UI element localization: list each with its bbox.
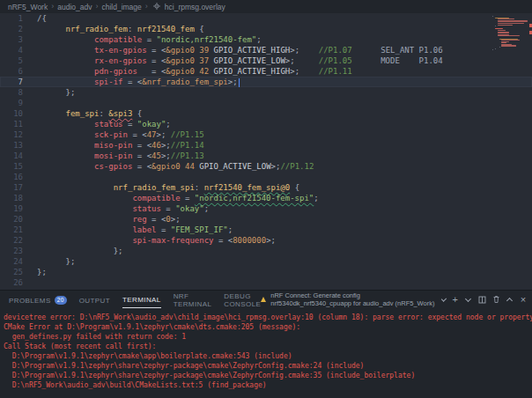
breadcrumb-item-subfolder[interactable]: child_image	[101, 3, 141, 11]
code-text: compatible = "nordic,nrf21540-fem-spi";	[23, 193, 319, 203]
code-line[interactable]: 8 };	[0, 87, 532, 98]
terminal-line: D:\nRF5_Work\audio_adv\build\CMakeLists.…	[4, 380, 532, 390]
line-number[interactable]: 2	[0, 24, 23, 34]
code-line[interactable]: 16	[0, 172, 532, 182]
code-line[interactable]: 23 };	[0, 246, 532, 256]
code-line[interactable]: 26	[0, 277, 532, 288]
terminal-line: Call Stack (most recent call first):	[4, 342, 532, 351]
panel-tab-nrf-terminal[interactable]: NRF TERMINAL	[174, 291, 212, 308]
code-line[interactable]: 19 status = "okay";	[0, 203, 532, 214]
kill-terminal-button[interactable]	[492, 293, 500, 306]
line-number[interactable]: 26	[0, 277, 23, 288]
code-text	[23, 98, 37, 108]
code-text: mosi-pin = <45>;//P1.13	[23, 151, 204, 161]
minimap[interactable]	[492, 16, 528, 52]
line-number[interactable]: 12	[0, 129, 23, 140]
code-line[interactable]: 4 tx-en-gpios = <&gpio0 39 GPIO_ACTIVE_H…	[0, 45, 532, 55]
line-number[interactable]: 13	[0, 140, 23, 151]
code-line[interactable]: 14 mosi-pin = <45>;//P1.13	[0, 151, 532, 161]
code-line[interactable]: 18 compatible = "nordic,nrf21540-fem-spi…	[0, 193, 532, 203]
line-number[interactable]: 8	[0, 87, 23, 98]
terminal-profile-dropdown-button[interactable]	[465, 293, 472, 306]
terminal-output[interactable]: devicetree error: D:\nRF5_Work\audio_adv…	[0, 308, 532, 398]
line-number[interactable]: 7	[0, 77, 23, 87]
code-text: };	[23, 87, 75, 98]
minimap-line	[498, 25, 513, 26]
chevron-down-icon	[441, 296, 447, 301]
breadcrumb-file-name[interactable]: hci_rpmsg.overlay	[165, 3, 225, 11]
problems-count-badge: 20	[55, 296, 67, 305]
line-number[interactable]: 24	[0, 256, 23, 267]
add-terminal-button[interactable]: +	[452, 293, 459, 306]
breadcrumb-item-folder[interactable]: audio_adv	[57, 3, 92, 11]
panel-tab-terminal[interactable]: TERMINAL	[122, 291, 161, 308]
code-line[interactable]: 22 spi-max-frequency = <8000000>;	[0, 235, 532, 246]
code-line[interactable]: 6 pdn-gpios = <&gpio0 42 GPIO_ACTIVE_HIG…	[0, 66, 532, 77]
line-number[interactable]: 25	[0, 267, 23, 277]
split-terminal-button[interactable]	[478, 293, 486, 306]
panel-tab-problems[interactable]: PROBLEMS20	[9, 291, 67, 308]
code-line[interactable]: 12 sck-pin = <47>; //P1.15	[0, 129, 532, 140]
line-number[interactable]: 19	[0, 203, 23, 214]
chevron-up-icon	[506, 297, 513, 303]
code-line[interactable]: 11 status = "okay";	[0, 119, 532, 129]
terminal-line: CMake Error at D:\Program\v1.9.1\zephyr\…	[4, 322, 532, 332]
line-number[interactable]: 1	[0, 13, 23, 24]
trash-icon	[492, 295, 500, 304]
minimap-line	[498, 23, 524, 24]
task-warning-icon	[261, 297, 266, 302]
code-text: fem_spi: &spi3 {	[23, 108, 142, 119]
code-line[interactable]: 21 label = "FEM_SPI_IF";	[0, 225, 532, 235]
line-number[interactable]: 9	[0, 98, 23, 108]
code-line[interactable]: 20 reg = <0>;	[0, 214, 532, 225]
line-number[interactable]: 21	[0, 225, 23, 235]
panel-controls: nRF Connect: Generate config nrf5340dk_n…	[261, 291, 527, 307]
line-number[interactable]: 10	[0, 108, 23, 119]
code-line[interactable]: 25};	[0, 267, 532, 277]
code-text: pdn-gpios = <&gpio0 42 GPIO_ACTIVE_HIGH>…	[23, 66, 352, 77]
code-line[interactable]: 5 rx-en-gpios = <&gpio0 37 GPIO_ACTIVE_L…	[0, 55, 532, 66]
code-line[interactable]: 2 nrf_radio_fem: nrf21540_fem {	[0, 24, 532, 34]
code-text: status = "okay";	[23, 203, 209, 214]
line-number[interactable]: 5	[0, 55, 23, 66]
breadcrumb-item-workspace[interactable]: nRF5_Work	[8, 3, 48, 11]
line-number[interactable]: 18	[0, 193, 23, 203]
code-line[interactable]: 10 fem_spi: &spi3 {	[0, 108, 532, 119]
line-number[interactable]: 3	[0, 34, 23, 45]
minimap-line	[492, 16, 493, 17]
line-number[interactable]: 20	[0, 214, 23, 225]
minimap-line	[495, 48, 496, 49]
panel-tab-label: OUTPUT	[79, 297, 110, 305]
code-text: };	[23, 246, 123, 256]
line-number[interactable]: 22	[0, 235, 23, 246]
code-line[interactable]: 17 nrf_radio_fem_spi: nrf21540_fem_spi@0…	[0, 182, 532, 193]
code-text: nrf_radio_fem_spi: nrf21540_fem_spi@0 {	[23, 182, 299, 193]
chevron-right-icon: ›	[145, 3, 148, 11]
line-number[interactable]: 16	[0, 172, 23, 182]
panel-tab-debug-console[interactable]: DEBUG CONSOLE	[224, 291, 261, 308]
line-number[interactable]: 4	[0, 45, 23, 55]
line-number[interactable]: 11	[0, 119, 23, 129]
line-number[interactable]: 23	[0, 246, 23, 256]
line-number[interactable]: 17	[0, 182, 23, 193]
code-line[interactable]: 3 compatible = "nordic,nrf21540-fem";	[0, 34, 532, 45]
code-line[interactable]: 15 cs-gpios = <&gpio0 44 GPIO_ACTIVE_LOW…	[0, 161, 532, 172]
close-panel-button[interactable]: ×	[520, 293, 527, 306]
panel-tab-output[interactable]: OUTPUT	[79, 291, 110, 308]
task-label: nRF Connect: Generate config nrf5340dk_n…	[270, 291, 439, 307]
code-line[interactable]: 24 };	[0, 256, 532, 267]
minimap-line	[498, 30, 506, 31]
line-number[interactable]: 6	[0, 66, 23, 77]
terminal-task-selector[interactable]: nRF Connect: Generate config nrf5340dk_n…	[261, 291, 445, 307]
code-editor[interactable]: 1/{2 nrf_radio_fem: nrf21540_fem {3 comp…	[0, 13, 532, 291]
line-number[interactable]: 15	[0, 161, 23, 172]
code-line[interactable]: 9	[0, 98, 532, 108]
code-line[interactable]: 13 miso-pin = <46>;//P1.14	[0, 140, 532, 151]
line-number[interactable]: 14	[0, 151, 23, 161]
code-line[interactable]: 1/{	[0, 13, 532, 24]
terminal-line: gen_defines.py failed with return code: …	[4, 332, 532, 342]
panel-tab-label: TERMINAL	[122, 296, 161, 304]
code-line[interactable]: 7 spi-if = <&nrf_radio_fem_spi>;	[0, 77, 532, 87]
panel-tab-bar: PROBLEMS20OUTPUTTERMINALNRF TERMINALDEBU…	[9, 291, 261, 308]
maximize-panel-button[interactable]	[506, 293, 514, 306]
